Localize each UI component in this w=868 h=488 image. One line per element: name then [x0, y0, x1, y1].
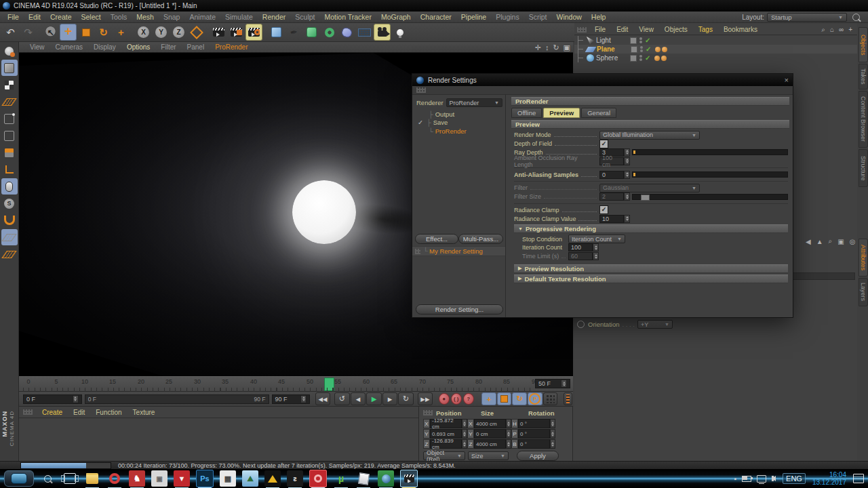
viewport-maximize-icon[interactable]: ▣ — [564, 43, 570, 52]
lock-z-button[interactable]: Z — [170, 24, 187, 41]
viewport-menu-prorender[interactable]: ProRender — [210, 43, 253, 51]
menu-character[interactable]: Character — [416, 13, 456, 21]
multipass-button[interactable]: Multi-Pass... — [458, 234, 503, 244]
mat-menu-texture[interactable]: Texture — [127, 409, 161, 416]
photos-app-button[interactable]: ⛰ — [242, 470, 258, 487]
gray-app-button[interactable]: ▣ — [151, 470, 167, 487]
key-rotation-toggle[interactable]: ↻ — [512, 392, 527, 405]
play-button[interactable]: ▶ — [366, 392, 382, 405]
menu-motion-tracker[interactable]: Motion Tracker — [319, 13, 376, 21]
om-menu-objects[interactable]: Objects — [659, 26, 693, 33]
taskbar-search-button[interactable] — [39, 470, 56, 487]
render-setting-button[interactable]: Render Setting... — [416, 304, 503, 314]
rotation-p-field[interactable]: 0 ° — [518, 429, 550, 439]
menu-sculpt[interactable]: Sculpt — [290, 13, 319, 21]
target-icon[interactable]: ◎ — [850, 238, 856, 245]
next-frame-button[interactable]: ▶ — [382, 392, 398, 405]
spinner[interactable] — [462, 429, 467, 439]
render-view-button[interactable] — [210, 24, 227, 41]
add-light-button[interactable] — [391, 24, 408, 41]
daemon-tools-button[interactable] — [264, 470, 281, 487]
add-cube-button[interactable] — [268, 24, 285, 41]
layer-box[interactable] — [630, 37, 637, 44]
lock-y-button[interactable]: Y — [153, 24, 170, 41]
spline-pen-button[interactable]: ✒ — [285, 24, 302, 41]
range-end-field[interactable]: 90 F — [272, 394, 311, 404]
om-home-icon[interactable]: ⌂ — [830, 26, 834, 33]
speaker-icon[interactable] — [772, 476, 776, 481]
key-scale-toggle[interactable] — [497, 392, 512, 405]
preview-resolution-section[interactable]: ▶ Preview Resolution — [514, 264, 788, 273]
redo-button[interactable]: ↷ — [20, 24, 37, 41]
coordinate-system-button[interactable] — [188, 24, 205, 41]
rotation-h-field[interactable]: 0 ° — [518, 419, 550, 428]
clock[interactable]: 16:04 13.12.2017 — [812, 471, 846, 487]
enable-snap-button[interactable] — [1, 212, 18, 228]
lock-workplane-button[interactable] — [1, 229, 18, 245]
preview-range-slider[interactable]: 0 F 90 F — [85, 394, 269, 404]
points-mode-button[interactable] — [1, 110, 18, 127]
file-explorer-button[interactable] — [84, 470, 100, 487]
visibility-dots[interactable] — [639, 55, 642, 62]
om-menu-tags[interactable]: Tags — [693, 26, 718, 33]
timeline-ruler[interactable]: 0 5 10 15 20 25 30 35 40 45 50 55 60 65 … — [19, 376, 573, 392]
menu-edit[interactable]: Edit — [24, 13, 45, 21]
edges-mode-button[interactable] — [1, 127, 18, 144]
menu-render[interactable]: Render — [258, 13, 290, 21]
subdivision-surface-button[interactable] — [303, 24, 320, 41]
menu-window[interactable]: Window — [552, 13, 587, 21]
texture-tag-icon[interactable] — [662, 47, 667, 52]
workplane-mode-button[interactable] — [1, 94, 18, 110]
menu-tools[interactable]: Tools — [106, 13, 132, 21]
om-link-icon[interactable]: ∞ — [839, 26, 844, 33]
mograph-button[interactable] — [321, 24, 338, 41]
position-z-field[interactable]: -126.839 cm — [430, 439, 462, 449]
range-start-field[interactable]: 0 F — [23, 394, 82, 404]
tab-offline[interactable]: Offline — [511, 108, 542, 118]
hidden-icons-button[interactable]: ▪ — [734, 475, 737, 483]
renderer-dropdown[interactable]: ProRender ▼ — [446, 98, 502, 107]
panel-grip[interactable] — [23, 409, 33, 415]
object-name[interactable]: Sphere — [596, 54, 627, 62]
tab-general[interactable]: General — [581, 108, 616, 118]
nav-save[interactable]: ✓ ├Save — [416, 119, 505, 127]
tab-structure[interactable]: Structure — [859, 149, 868, 187]
goto-end-button[interactable]: ▶▶ — [418, 392, 433, 405]
dof-checkbox[interactable]: ✓ — [599, 140, 608, 148]
render-picture-viewer-button[interactable] — [228, 24, 245, 41]
aa-samples-field[interactable]: 0 — [599, 171, 624, 179]
battery-icon[interactable] — [742, 476, 751, 482]
size-z-field[interactable]: 4000 cm — [474, 439, 506, 449]
add-camera-button[interactable] — [374, 24, 391, 41]
om-menu-view[interactable]: View — [633, 26, 659, 33]
render-settings-button[interactable] — [245, 24, 262, 41]
cycle-icon[interactable] — [577, 321, 585, 328]
tab-attributes[interactable]: Attributes — [859, 239, 868, 277]
zbrush-button[interactable]: ᴤ — [287, 470, 303, 487]
my-render-setting[interactable]: My Render Setting — [429, 247, 483, 255]
deformer-button[interactable] — [338, 24, 355, 41]
aa-samples-spinner[interactable] — [624, 171, 630, 179]
size-mode-dropdown[interactable]: Size▼ — [468, 451, 509, 460]
object-name[interactable]: Plane — [597, 45, 628, 53]
effect-button[interactable]: Effect... — [415, 234, 458, 244]
spinner[interactable] — [462, 439, 467, 449]
autokey-button[interactable]: ( ) — [451, 393, 462, 405]
opera-button[interactable] — [106, 470, 123, 487]
spinner[interactable] — [506, 429, 511, 439]
opera-beta-button[interactable] — [309, 470, 327, 487]
panel-grip[interactable] — [423, 410, 433, 415]
utorrent-button[interactable]: µ — [333, 470, 349, 487]
position-x-field[interactable]: -125.872 cm — [430, 419, 462, 428]
menu-script[interactable]: Script — [524, 13, 552, 21]
om-menu-bookmarks[interactable]: Bookmarks — [718, 26, 763, 33]
default-texture-resolution-section[interactable]: ▶ Default Texture Resolution — [514, 274, 788, 283]
object-row-sphere[interactable]: Sphere ✓ — [574, 54, 857, 62]
previous-frame-button[interactable]: ◀ — [351, 392, 366, 405]
range-end-spinner[interactable] — [300, 395, 307, 403]
visibility-dots[interactable] — [639, 37, 642, 44]
viewport-menu-panel[interactable]: Panel — [182, 43, 210, 51]
tab-objects[interactable]: Objects — [859, 27, 868, 62]
mat-menu-create[interactable]: Create — [37, 409, 68, 416]
polygons-mode-button[interactable] — [1, 144, 18, 161]
